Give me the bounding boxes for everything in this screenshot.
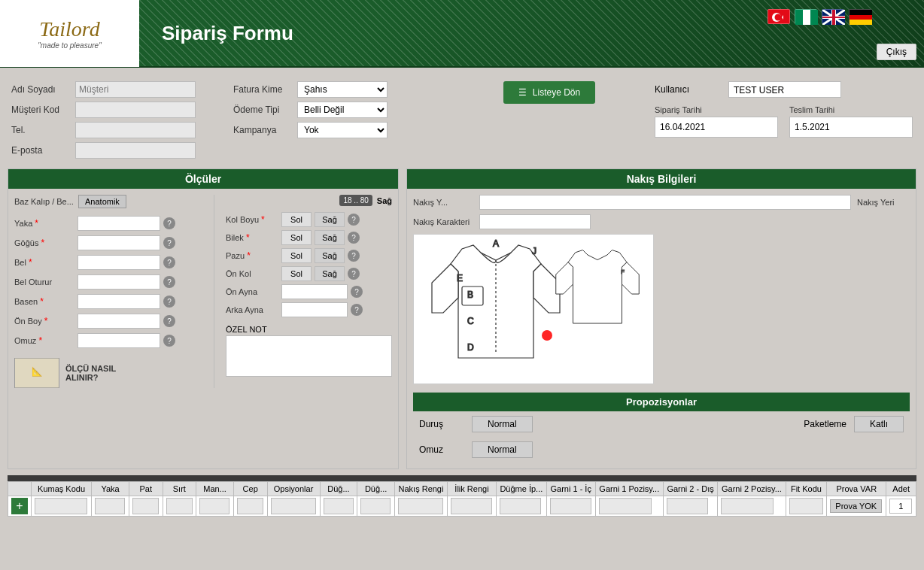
flag-tr[interactable] (767, 9, 790, 24)
on-boy-help-icon[interactable]: ? (163, 315, 175, 327)
prova-yok-button[interactable]: Prova YOK (830, 499, 882, 513)
dug2-input[interactable] (360, 498, 391, 514)
shirt-diagram[interactable]: A E B C D J F (413, 234, 654, 384)
musteri-input[interactable] (75, 81, 196, 98)
exit-button[interactable]: Çıkış (877, 44, 916, 60)
gogus-label: Göğüs * (14, 238, 74, 248)
pazu-help-icon[interactable]: ? (348, 250, 360, 262)
man-input[interactable] (199, 498, 229, 514)
cep-input[interactable] (237, 498, 263, 514)
adi-soyadi-label: Adı Soyadı (11, 84, 71, 95)
sirt-input[interactable] (166, 498, 193, 514)
nakis-panel: Nakış Bilgileri Nakış Y... Nakış Yeri Na… (406, 168, 916, 469)
table-scroll[interactable]: Kumaş Kodu Yaka Pat Sırt Man... Cep Opsi… (8, 481, 916, 517)
odeme-tipi-select[interactable]: Belli Değil (297, 102, 388, 118)
siparis-tarihi-label: Sipariş Tarihi (655, 105, 778, 114)
durus-normal-button[interactable]: Normal (472, 416, 533, 432)
nakis-rengi-input[interactable] (398, 498, 443, 514)
omuz-help-icon[interactable]: ? (163, 335, 175, 347)
kumas-kodu-input[interactable] (35, 498, 87, 514)
tel-input[interactable] (75, 122, 196, 138)
on-ayna-input[interactable] (281, 284, 348, 299)
garni1-poz-input[interactable] (599, 498, 652, 514)
col-add (8, 482, 32, 496)
durus-label: Duruş (419, 419, 464, 429)
on-kol-sol-btn[interactable]: Sol (281, 266, 312, 281)
col-fit-kodu: Fit Kodu (786, 482, 827, 496)
nakis-karakteri-input[interactable] (479, 214, 591, 229)
on-kol-sag-btn[interactable]: Sağ (315, 266, 345, 281)
user-date-fields: Kullanıcı TEST USER Sipariş Tarihi Tesli… (655, 81, 913, 138)
omuz-input[interactable] (78, 333, 160, 348)
on-kol-help-icon[interactable]: ? (348, 268, 360, 280)
fatura-kime-select[interactable]: Şahıs (297, 81, 388, 98)
garni2-dis-input[interactable] (667, 498, 708, 514)
kol-boyu-help-icon[interactable]: ? (348, 214, 360, 226)
garni2-poz-input[interactable] (721, 498, 774, 514)
svg-text:J: J (532, 246, 536, 256)
opsiyonlar-input[interactable] (271, 498, 316, 514)
flag-ng[interactable] (795, 9, 817, 24)
ilik-rengi-input[interactable] (451, 498, 492, 514)
pazu-label: Pazu * (226, 250, 278, 261)
listeye-don-button[interactable]: ☰ Listeye Dön (503, 81, 595, 104)
yaka-help-icon[interactable]: ? (163, 217, 175, 229)
panels-row: Ölçüler Baz Kalıp / Be... Anatomik Yaka … (8, 168, 916, 469)
col-yaka: Yaka (92, 482, 129, 496)
bilek-sag-btn[interactable]: Sağ (315, 230, 345, 245)
musteri-kod-input[interactable] (75, 102, 196, 118)
bilek-help-icon[interactable]: ? (348, 232, 360, 244)
flag-de[interactable] (849, 9, 871, 24)
arka-ayna-help-icon[interactable]: ? (351, 304, 363, 316)
eposta-input[interactable] (75, 142, 196, 159)
table-dark-header (8, 475, 916, 481)
bilek-sol-btn[interactable]: Sol (281, 230, 312, 245)
fit-kodu-input[interactable] (789, 498, 823, 514)
bel-oturur-help-icon[interactable]: ? (163, 276, 175, 288)
basen-input[interactable] (78, 294, 160, 309)
ozel-not-textarea[interactable] (226, 335, 392, 377)
katli-button[interactable]: Katlı (854, 416, 904, 432)
dugme-ip-input[interactable] (500, 498, 541, 514)
bel-input[interactable] (78, 255, 160, 270)
kol-boyu-sol-btn[interactable]: Sol (281, 212, 312, 227)
gogus-input[interactable] (78, 235, 160, 250)
nakis-header: Nakış Bilgileri (407, 169, 916, 189)
svg-rect-16 (850, 20, 872, 25)
pat-input[interactable] (132, 498, 159, 514)
yaka-table-input[interactable] (95, 498, 125, 514)
kampanya-select[interactable]: Yok (297, 122, 388, 138)
basen-help-icon[interactable]: ? (163, 296, 175, 308)
arka-ayna-input[interactable] (281, 302, 348, 317)
arka-ayna-row: Arka Ayna ? (226, 302, 392, 317)
dug1-input[interactable] (324, 498, 354, 514)
anatomik-button[interactable]: Anatomik (78, 195, 126, 208)
kol-boyu-sag-btn[interactable]: Sağ (315, 212, 345, 227)
yaka-input[interactable] (78, 216, 160, 231)
siparis-tarihi-input[interactable] (655, 117, 778, 138)
nakis-y-input[interactable] (479, 195, 851, 210)
paketleme-label: Paketleme (804, 419, 846, 429)
logo-tagline: "made to pleasure" (38, 41, 101, 50)
olcu-nasil-row[interactable]: 📐 ÖLÇÜ NASILALINIR? (14, 358, 202, 388)
gogus-help-icon[interactable]: ? (163, 237, 175, 249)
flag-gb[interactable] (822, 9, 844, 24)
add-row-button[interactable]: + (11, 498, 28, 514)
on-boy-input[interactable] (78, 314, 160, 329)
fatura-kime-row: Fatura Kime Şahıs (233, 81, 444, 98)
on-ayna-help-icon[interactable]: ? (351, 286, 363, 298)
teslim-tarihi-input[interactable] (789, 117, 913, 138)
bel-oturur-label: Bel Oturur (14, 277, 74, 287)
garni1-ic-input[interactable] (550, 498, 591, 514)
on-boy-row: Ön Boy * ? (14, 313, 202, 329)
bel-help-icon[interactable]: ? (163, 256, 175, 268)
pazu-sol-btn[interactable]: Sol (281, 248, 312, 263)
col-kumas-kodu: Kumaş Kodu (32, 482, 92, 496)
omuz-row: Omuz Normal (413, 437, 910, 462)
pazu-sag-btn[interactable]: Sağ (315, 248, 345, 263)
kullanici-value: TEST USER (728, 81, 841, 98)
nakis-body: Nakış Y... Nakış Yeri Nakış Karakteri (407, 189, 916, 468)
adet-input[interactable] (889, 499, 912, 514)
bel-oturur-input[interactable] (78, 274, 160, 290)
omuz-normal-button[interactable]: Normal (472, 441, 533, 458)
